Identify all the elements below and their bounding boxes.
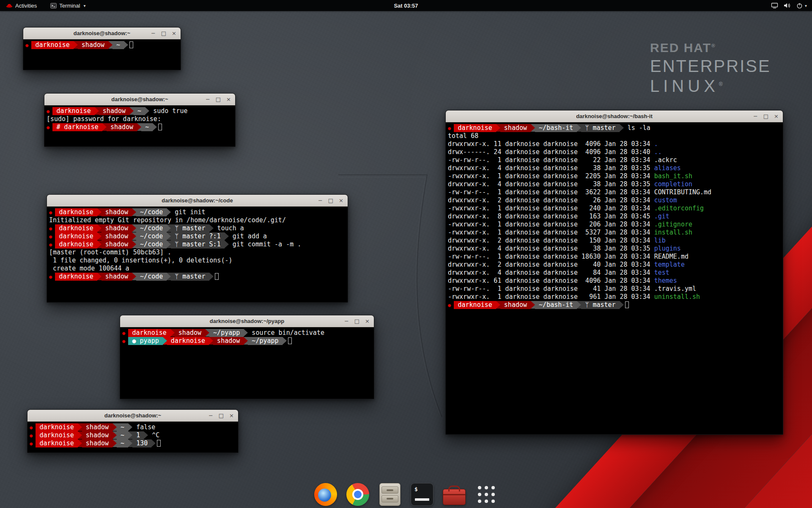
activities-button[interactable]: Activities (3, 0, 39, 11)
terminal-line: -rw-rw-r--. 1 darknoise darknoise 3622 J… (448, 188, 782, 196)
host-segment: shadow (99, 107, 129, 115)
terminal-window-pyapp: darknoise@shadow:~/pyapp − □ × ● darknoi… (120, 315, 374, 399)
maximize-button[interactable]: □ (328, 197, 333, 204)
powerline-arrow (124, 41, 128, 49)
maximize-button[interactable]: □ (219, 412, 224, 419)
user-segment: # darknoise (52, 123, 102, 131)
directory-name: custom (654, 196, 677, 204)
rhel-logo-brand: RED HAT® (650, 41, 771, 55)
minimize-button[interactable]: − (344, 318, 349, 324)
terminal-content[interactable]: ● darknoise shadow ~/bash-it ᛘ master ls… (446, 122, 783, 434)
terminal-window-sudo: darknoise@shadow:~ − □ × ● darknoise sha… (44, 93, 236, 147)
close-button[interactable]: × (365, 318, 370, 324)
redhat-prompt-icon: ● (30, 425, 36, 431)
powerline-arrow (128, 439, 132, 447)
terminal-content[interactable]: ● darknoise shadow ~ sudo true[sudo] pas… (44, 105, 235, 146)
powerline-arrow (108, 41, 112, 49)
power-menu[interactable]: ▾ (796, 3, 807, 9)
executable-name: .gitignore (654, 221, 692, 228)
redhat-prompt-icon: ● (49, 226, 55, 232)
powerline-arrow (95, 107, 99, 115)
chrome-icon (346, 483, 369, 506)
dock-toolbox-button[interactable] (442, 482, 466, 507)
terminal-line: drwxrwxr-x. 4 darknoise darknoise 84 Jan… (448, 269, 782, 277)
output-text: -rwxrwxr-x. 1 darknoise darknoise 2205 J… (448, 172, 654, 180)
minimize-button[interactable]: − (151, 30, 156, 36)
maximize-button[interactable]: □ (161, 30, 166, 36)
terminal-line: drwxrwxr-x. 4 darknoise darknoise 38 Jan… (448, 164, 782, 172)
host-segment: shadow (107, 123, 137, 131)
terminal-cursor (157, 440, 161, 447)
powerline-arrow (205, 329, 209, 337)
powerline-arrow (97, 240, 102, 248)
close-button[interactable]: × (226, 96, 231, 102)
terminal-content[interactable]: ● darknoise shadow ~/code git initInitia… (47, 207, 348, 302)
powerline-arrow (167, 208, 171, 216)
window-titlebar[interactable]: darknoise@shadow:~/code − □ × (47, 195, 348, 207)
git-branch-segment: ᛘ master (581, 301, 619, 309)
clock[interactable]: Sat 03:57 (394, 3, 418, 9)
terminal-content[interactable]: ● darknoise shadow ~/pyapp source bin/ac… (120, 327, 374, 399)
chevron-down-icon: ▾ (805, 3, 807, 8)
close-button[interactable]: × (774, 113, 779, 119)
display-icon[interactable] (771, 3, 778, 8)
output-text: total 68 (448, 132, 478, 140)
window-titlebar[interactable]: darknoise@shadow:~/pyapp − □ × (120, 315, 374, 327)
terminal-line: ● darknoise shadow ~/code git init (49, 208, 347, 216)
close-button[interactable]: × (172, 30, 176, 36)
window-title: darknoise@shadow:~ (111, 96, 168, 102)
command-text: touch a (214, 224, 244, 232)
terminal-line: -rwxrwxr-x. 1 darknoise darknoise 206 Ja… (448, 221, 782, 229)
close-button[interactable]: × (229, 412, 234, 419)
window-titlebar[interactable]: darknoise@shadow:~/bash-it − □ × (446, 110, 783, 122)
terminal-line: ● darknoise shadow ~/bash-it ᛘ master ls… (448, 124, 782, 132)
window-title: darknoise@shadow:~ (104, 412, 161, 419)
powerline-arrow (97, 208, 102, 216)
terminal-line: drwxrwxr-x. 2 darknoise darknoise 40 Jan… (448, 261, 782, 269)
output-text: create mode 100644 a (49, 265, 129, 272)
dock-firefox-button[interactable] (313, 482, 338, 507)
minimize-button[interactable]: − (318, 197, 323, 204)
dock-chrome-button[interactable] (346, 482, 370, 507)
dock-show-apps-button[interactable] (474, 482, 499, 507)
terminal-line: ● darknoise shadow ~ 130 (30, 439, 237, 447)
powerline-arrow (167, 240, 171, 248)
minimize-button[interactable]: − (208, 412, 213, 419)
host-segment: shadow (102, 224, 132, 232)
window-titlebar[interactable]: darknoise@shadow:~ − □ × (23, 28, 181, 39)
git-branch-segment: ᛘ master (581, 124, 619, 132)
executable-name: .editorconfig (654, 204, 704, 212)
command-text: sudo true (149, 107, 187, 115)
close-button[interactable]: × (339, 197, 343, 204)
window-titlebar[interactable]: darknoise@shadow:~ − □ × (27, 410, 238, 422)
output-text: drwxrwxr-x. 4 darknoise darknoise 84 Jan… (448, 269, 654, 276)
host-segment: shadow (102, 240, 132, 248)
powerline-arrow (112, 423, 117, 431)
volume-icon[interactable] (784, 3, 791, 8)
window-title: darknoise@shadow:~/bash-it (576, 113, 653, 119)
terminal-content[interactable]: ● darknoise shadow ~ false● darknoise sh… (27, 422, 238, 453)
window-title: darknoise@shadow:~ (74, 30, 130, 36)
powerline-arrow (577, 301, 581, 309)
powerline-arrow (170, 329, 175, 337)
path-segment: ~ (141, 123, 153, 131)
powerline-arrow (132, 240, 136, 248)
redhat-prompt-icon: ● (49, 234, 55, 240)
powerline-arrow (531, 301, 535, 309)
minimize-button[interactable]: − (753, 113, 758, 119)
dock-files-button[interactable] (378, 482, 402, 507)
maximize-button[interactable]: □ (216, 96, 221, 102)
minimize-button[interactable]: − (206, 96, 210, 102)
window-titlebar[interactable]: darknoise@shadow:~ − □ × (44, 94, 235, 105)
powerline-arrow (620, 124, 624, 132)
git-branch-segment: ᛘ master (171, 224, 209, 232)
terminal-content[interactable]: ● darknoise shadow ~ (23, 39, 181, 70)
terminal-line: drwxrwxr-x. 4 darknoise darknoise 38 Jan… (448, 245, 782, 253)
powerline-arrow (112, 431, 117, 439)
dock-terminal-button[interactable]: $ (410, 482, 434, 507)
maximize-button[interactable]: □ (354, 318, 359, 324)
app-menu-terminal[interactable]: Terminal ▾ (48, 0, 88, 11)
maximize-button[interactable]: □ (763, 113, 768, 119)
terminal-cursor (129, 41, 133, 48)
powerline-arrow (78, 431, 82, 439)
